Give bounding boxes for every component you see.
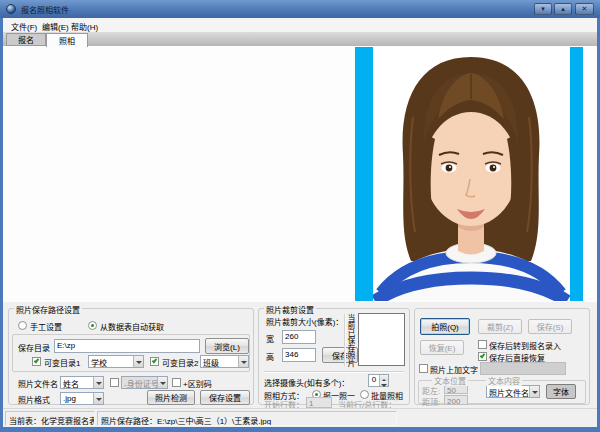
tab-bar: 报名 照相 — [3, 33, 597, 46]
crop-width-input[interactable]: 260 — [282, 330, 316, 344]
tab-zhaoxiang[interactable]: 照相 — [46, 33, 88, 47]
var-dir2-label[interactable]: 可变目录2 — [162, 357, 198, 368]
add-text-checkbox[interactable] — [419, 364, 428, 373]
var-dir1-select[interactable]: 学校 — [88, 355, 144, 368]
save-path-panel-title: 照片保存路径设置 — [14, 304, 82, 315]
save-dir-input[interactable]: E:\zp — [54, 339, 200, 353]
after-save-restore-checkbox[interactable] — [478, 352, 487, 361]
text-position-label: 文本位置 — [432, 375, 468, 386]
after-save-goto-label[interactable]: 保存后转到报名录入 — [489, 340, 561, 351]
id-number-select[interactable]: -身份证号 — [121, 376, 168, 389]
radio-dot-icon — [315, 393, 318, 396]
photo-format-select[interactable]: .jpg — [60, 392, 104, 405]
crop-width-label: 宽 — [266, 333, 274, 344]
after-save-goto-checkbox[interactable] — [478, 340, 487, 349]
preview-cyan-bar-right — [570, 47, 583, 301]
var-dir2-select[interactable]: 班级 — [200, 355, 249, 368]
spinner-down-icon[interactable] — [380, 381, 388, 387]
distinguish-code-checkbox[interactable] — [172, 378, 181, 387]
crop-height-label: 高 — [266, 351, 274, 362]
left-offset-label: 距左: — [422, 385, 440, 396]
chevron-down-icon — [529, 386, 539, 397]
menu-bar: 文件(F) 编辑(E) 帮助(H) — [3, 18, 597, 33]
save-settings-button[interactable]: 保存设置 — [200, 390, 250, 405]
crop-panel-title: 照片裁剪设置 — [264, 304, 316, 315]
check-icon — [152, 358, 158, 364]
id-number-checkbox[interactable] — [110, 378, 119, 387]
top-offset-label: 距顶: — [422, 396, 440, 407]
menu-item-help[interactable]: 帮助(H) — [69, 21, 100, 32]
camera-spinner[interactable]: 0 — [368, 374, 389, 387]
menu-item-file[interactable]: 文件(F) — [9, 21, 39, 32]
preview-cyan-bar-left — [355, 47, 373, 301]
radio-dot-icon — [91, 324, 94, 327]
chevron-down-icon — [93, 377, 103, 388]
text-content-label: 文本内容 — [486, 375, 522, 386]
separator — [264, 371, 404, 373]
font-button[interactable]: 字体 — [546, 384, 576, 399]
photo-format-label: 照片格式 — [18, 394, 50, 405]
photo-path-status-cell: 照片保存路径：E:\zp\三中\高三（1）\王素录.jpg — [97, 411, 397, 426]
window-title: 报名照相软件 — [21, 4, 69, 15]
save-button[interactable]: 保存(S) — [528, 319, 572, 334]
top-offset-input[interactable]: 200 — [444, 395, 468, 405]
restore-button[interactable]: 恢复(E) — [420, 340, 464, 355]
var-dir1-checkbox[interactable] — [32, 357, 41, 366]
chevron-down-icon — [157, 377, 167, 388]
filename-select[interactable]: 姓名 — [60, 376, 104, 389]
text-content-select[interactable]: 照片文件名 — [486, 385, 540, 398]
save-dir-label: 保存目录 — [18, 342, 50, 353]
auto-from-table-radio[interactable] — [88, 321, 97, 330]
chevron-down-icon — [133, 356, 143, 367]
distinguish-code-label[interactable]: +区别码 — [183, 378, 212, 389]
close-button[interactable]: ✕ — [575, 3, 594, 15]
saved-photo-label: 当前已保存照片 — [346, 314, 355, 367]
crop-button[interactable]: 裁剪(Z) — [478, 319, 522, 334]
saved-photo-box — [358, 313, 405, 366]
photo-detect-button[interactable]: 照片检测 — [147, 390, 195, 405]
auto-from-table-label[interactable]: 从数据表自动获取 — [100, 321, 164, 332]
browse-button[interactable]: 浏览(L) — [205, 338, 249, 354]
start-row-input[interactable]: 1 — [306, 397, 332, 408]
chevron-down-icon — [93, 393, 103, 404]
var-dir2-checkbox[interactable] — [150, 357, 159, 366]
mode-batch-radio[interactable] — [360, 390, 369, 399]
chevron-down-icon — [238, 356, 248, 367]
status-bar: 当前表：化学竞赛报名表 照片保存路径：E:\zp\三中\高三（1）\王素录.jp… — [3, 408, 597, 427]
capture-button[interactable]: 拍照(Q) — [420, 318, 470, 335]
portrait-photo — [373, 47, 570, 301]
filename-label: 照片文件名 — [18, 378, 58, 389]
menu-item-edit[interactable]: 编辑(E) — [40, 21, 71, 32]
var-dir1-label[interactable]: 可变目录1 — [44, 357, 80, 368]
minimize-button[interactable]: ▾ — [534, 3, 552, 15]
close-icon: ✕ — [582, 5, 588, 13]
check-icon — [34, 358, 40, 364]
crop-height-input[interactable]: 346 — [282, 348, 316, 362]
crop-size-label: 照片裁剪大小(像素)： — [266, 316, 343, 327]
photo-path-status: 照片保存路径：E:\zp\三中\高三（1）\王素录.jpg — [101, 415, 271, 426]
current-table-status: 当前表：化学竞赛报名表 — [9, 415, 95, 426]
tab-baoming[interactable]: 报名 — [6, 33, 46, 46]
title-bar[interactable]: 报名照相软件 ▾ ▴ ✕ — [0, 0, 600, 18]
manual-setting-label[interactable]: 手工设置 — [30, 321, 62, 332]
minimize-icon: ▾ — [541, 5, 545, 13]
add-text-input[interactable] — [480, 362, 566, 375]
maximize-icon: ▴ — [561, 5, 565, 13]
add-text-label[interactable]: 照片上加文字 — [430, 364, 478, 375]
app-window: 报名照相软件 ▾ ▴ ✕ 文件(F) 编辑(E) 帮助(H) 报名 照相 — [0, 0, 600, 432]
app-icon — [6, 4, 16, 14]
maximize-button[interactable]: ▴ — [554, 3, 572, 15]
manual-setting-radio[interactable] — [18, 321, 27, 330]
current-table-status-cell: 当前表：化学竞赛报名表 — [5, 411, 95, 426]
check-icon — [480, 353, 486, 359]
camera-select-label: 选择摄像头(如有多个)： — [264, 377, 349, 388]
